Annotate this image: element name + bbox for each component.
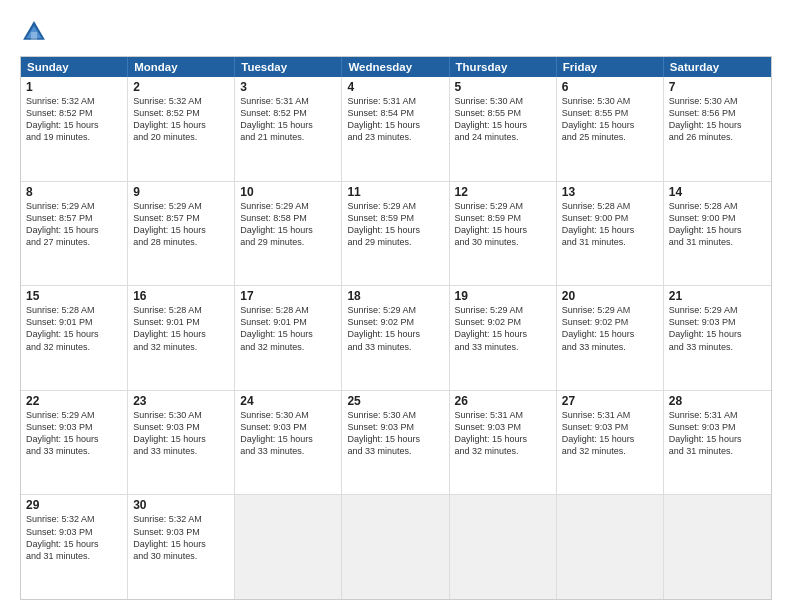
day-cell: 11Sunrise: 5:29 AMSunset: 8:59 PMDayligh… xyxy=(342,182,449,286)
calendar: SundayMondayTuesdayWednesdayThursdayFrid… xyxy=(20,56,772,600)
day-number: 25 xyxy=(347,394,443,408)
day-details: Sunrise: 5:30 AMSunset: 8:55 PMDaylight:… xyxy=(455,95,551,144)
day-number: 18 xyxy=(347,289,443,303)
weekday-header: Friday xyxy=(557,57,664,77)
header xyxy=(20,18,772,46)
day-details: Sunrise: 5:31 AMSunset: 9:03 PMDaylight:… xyxy=(562,409,658,458)
day-details: Sunrise: 5:30 AMSunset: 9:03 PMDaylight:… xyxy=(133,409,229,458)
day-cell: 14Sunrise: 5:28 AMSunset: 9:00 PMDayligh… xyxy=(664,182,771,286)
calendar-body: 1Sunrise: 5:32 AMSunset: 8:52 PMDaylight… xyxy=(21,77,771,599)
day-cell: 13Sunrise: 5:28 AMSunset: 9:00 PMDayligh… xyxy=(557,182,664,286)
day-cell: 15Sunrise: 5:28 AMSunset: 9:01 PMDayligh… xyxy=(21,286,128,390)
day-cell: 9Sunrise: 5:29 AMSunset: 8:57 PMDaylight… xyxy=(128,182,235,286)
day-cell: 26Sunrise: 5:31 AMSunset: 9:03 PMDayligh… xyxy=(450,391,557,495)
day-cell: 29Sunrise: 5:32 AMSunset: 9:03 PMDayligh… xyxy=(21,495,128,599)
day-number: 10 xyxy=(240,185,336,199)
day-details: Sunrise: 5:29 AMSunset: 8:57 PMDaylight:… xyxy=(26,200,122,249)
day-details: Sunrise: 5:31 AMSunset: 9:03 PMDaylight:… xyxy=(669,409,766,458)
day-cell: 18Sunrise: 5:29 AMSunset: 9:02 PMDayligh… xyxy=(342,286,449,390)
day-number: 27 xyxy=(562,394,658,408)
day-number: 2 xyxy=(133,80,229,94)
day-number: 29 xyxy=(26,498,122,512)
page: SundayMondayTuesdayWednesdayThursdayFrid… xyxy=(0,0,792,612)
day-details: Sunrise: 5:28 AMSunset: 9:01 PMDaylight:… xyxy=(26,304,122,353)
calendar-row: 8Sunrise: 5:29 AMSunset: 8:57 PMDaylight… xyxy=(21,181,771,286)
day-cell: 21Sunrise: 5:29 AMSunset: 9:03 PMDayligh… xyxy=(664,286,771,390)
day-cell: 1Sunrise: 5:32 AMSunset: 8:52 PMDaylight… xyxy=(21,77,128,181)
day-cell: 22Sunrise: 5:29 AMSunset: 9:03 PMDayligh… xyxy=(21,391,128,495)
day-cell: 17Sunrise: 5:28 AMSunset: 9:01 PMDayligh… xyxy=(235,286,342,390)
calendar-row: 22Sunrise: 5:29 AMSunset: 9:03 PMDayligh… xyxy=(21,390,771,495)
logo xyxy=(20,18,52,46)
day-cell: 7Sunrise: 5:30 AMSunset: 8:56 PMDaylight… xyxy=(664,77,771,181)
logo-icon xyxy=(20,18,48,46)
day-cell: 23Sunrise: 5:30 AMSunset: 9:03 PMDayligh… xyxy=(128,391,235,495)
day-number: 21 xyxy=(669,289,766,303)
day-details: Sunrise: 5:29 AMSunset: 9:02 PMDaylight:… xyxy=(455,304,551,353)
day-number: 22 xyxy=(26,394,122,408)
day-number: 23 xyxy=(133,394,229,408)
day-cell: 4Sunrise: 5:31 AMSunset: 8:54 PMDaylight… xyxy=(342,77,449,181)
weekday-header: Thursday xyxy=(450,57,557,77)
weekday-header: Wednesday xyxy=(342,57,449,77)
day-number: 20 xyxy=(562,289,658,303)
day-details: Sunrise: 5:32 AMSunset: 8:52 PMDaylight:… xyxy=(26,95,122,144)
day-number: 6 xyxy=(562,80,658,94)
calendar-header: SundayMondayTuesdayWednesdayThursdayFrid… xyxy=(21,57,771,77)
calendar-row: 1Sunrise: 5:32 AMSunset: 8:52 PMDaylight… xyxy=(21,77,771,181)
day-cell: 5Sunrise: 5:30 AMSunset: 8:55 PMDaylight… xyxy=(450,77,557,181)
day-details: Sunrise: 5:30 AMSunset: 9:03 PMDaylight:… xyxy=(240,409,336,458)
day-details: Sunrise: 5:28 AMSunset: 9:00 PMDaylight:… xyxy=(669,200,766,249)
day-cell: 12Sunrise: 5:29 AMSunset: 8:59 PMDayligh… xyxy=(450,182,557,286)
day-number: 12 xyxy=(455,185,551,199)
day-details: Sunrise: 5:29 AMSunset: 8:58 PMDaylight:… xyxy=(240,200,336,249)
day-cell: 30Sunrise: 5:32 AMSunset: 9:03 PMDayligh… xyxy=(128,495,235,599)
day-number: 26 xyxy=(455,394,551,408)
day-number: 19 xyxy=(455,289,551,303)
calendar-row: 15Sunrise: 5:28 AMSunset: 9:01 PMDayligh… xyxy=(21,285,771,390)
day-details: Sunrise: 5:29 AMSunset: 9:02 PMDaylight:… xyxy=(347,304,443,353)
day-cell: 28Sunrise: 5:31 AMSunset: 9:03 PMDayligh… xyxy=(664,391,771,495)
day-cell: 16Sunrise: 5:28 AMSunset: 9:01 PMDayligh… xyxy=(128,286,235,390)
svg-rect-2 xyxy=(31,32,37,40)
day-cell: 6Sunrise: 5:30 AMSunset: 8:55 PMDaylight… xyxy=(557,77,664,181)
day-number: 28 xyxy=(669,394,766,408)
day-cell: 10Sunrise: 5:29 AMSunset: 8:58 PMDayligh… xyxy=(235,182,342,286)
weekday-header: Monday xyxy=(128,57,235,77)
day-number: 8 xyxy=(26,185,122,199)
empty-cell xyxy=(664,495,771,599)
day-details: Sunrise: 5:31 AMSunset: 9:03 PMDaylight:… xyxy=(455,409,551,458)
day-number: 17 xyxy=(240,289,336,303)
day-cell: 27Sunrise: 5:31 AMSunset: 9:03 PMDayligh… xyxy=(557,391,664,495)
day-cell: 24Sunrise: 5:30 AMSunset: 9:03 PMDayligh… xyxy=(235,391,342,495)
day-details: Sunrise: 5:29 AMSunset: 9:03 PMDaylight:… xyxy=(26,409,122,458)
day-number: 7 xyxy=(669,80,766,94)
day-cell: 3Sunrise: 5:31 AMSunset: 8:52 PMDaylight… xyxy=(235,77,342,181)
day-details: Sunrise: 5:32 AMSunset: 9:03 PMDaylight:… xyxy=(26,513,122,562)
day-details: Sunrise: 5:28 AMSunset: 9:01 PMDaylight:… xyxy=(240,304,336,353)
weekday-header: Sunday xyxy=(21,57,128,77)
day-cell: 19Sunrise: 5:29 AMSunset: 9:02 PMDayligh… xyxy=(450,286,557,390)
empty-cell xyxy=(450,495,557,599)
empty-cell xyxy=(342,495,449,599)
day-details: Sunrise: 5:30 AMSunset: 8:55 PMDaylight:… xyxy=(562,95,658,144)
day-details: Sunrise: 5:28 AMSunset: 9:00 PMDaylight:… xyxy=(562,200,658,249)
day-number: 9 xyxy=(133,185,229,199)
day-number: 3 xyxy=(240,80,336,94)
empty-cell xyxy=(557,495,664,599)
day-details: Sunrise: 5:29 AMSunset: 8:59 PMDaylight:… xyxy=(347,200,443,249)
day-cell: 20Sunrise: 5:29 AMSunset: 9:02 PMDayligh… xyxy=(557,286,664,390)
weekday-header: Tuesday xyxy=(235,57,342,77)
day-number: 11 xyxy=(347,185,443,199)
day-number: 4 xyxy=(347,80,443,94)
day-details: Sunrise: 5:31 AMSunset: 8:54 PMDaylight:… xyxy=(347,95,443,144)
day-number: 24 xyxy=(240,394,336,408)
day-details: Sunrise: 5:29 AMSunset: 9:03 PMDaylight:… xyxy=(669,304,766,353)
day-number: 13 xyxy=(562,185,658,199)
day-number: 5 xyxy=(455,80,551,94)
day-details: Sunrise: 5:30 AMSunset: 9:03 PMDaylight:… xyxy=(347,409,443,458)
day-details: Sunrise: 5:32 AMSunset: 8:52 PMDaylight:… xyxy=(133,95,229,144)
day-cell: 25Sunrise: 5:30 AMSunset: 9:03 PMDayligh… xyxy=(342,391,449,495)
weekday-header: Saturday xyxy=(664,57,771,77)
day-details: Sunrise: 5:29 AMSunset: 8:57 PMDaylight:… xyxy=(133,200,229,249)
